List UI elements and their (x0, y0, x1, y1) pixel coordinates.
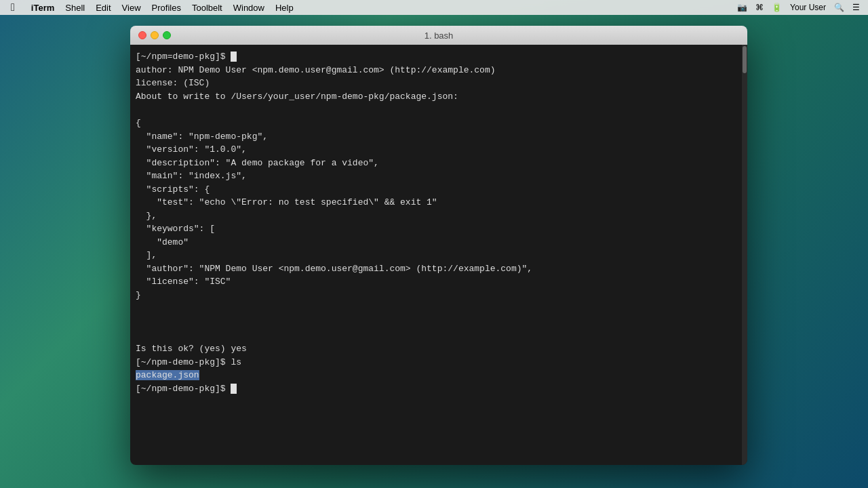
close-button[interactable] (138, 31, 146, 39)
terminal-line: { (133, 117, 745, 130)
terminal-line: ], (133, 249, 745, 262)
scrollbar-thumb[interactable] (743, 46, 747, 73)
terminal-line: author: NPM Demo User <npm.demo.user@gma… (133, 64, 745, 77)
menubar-search-icon[interactable]: 🔍 (831, 3, 847, 12)
minimize-button[interactable] (151, 31, 159, 39)
menubar-right: 📷 ⌘ 🔋 Your User 🔍 ☰ (734, 3, 863, 12)
terminal-line: "author": "NPM Demo User <npm.demo.user@… (133, 262, 745, 276)
terminal-line: "test": "echo \"Error: no test specified… (133, 196, 745, 209)
terminal-line: About to write to /Users/your_user/npm-d… (133, 90, 745, 104)
prompt: [~/npm-demo-pkg]$ (136, 384, 231, 394)
menubar-window[interactable]: Window (228, 0, 270, 15)
terminal-window: 1. bash [~/npm=demo-pkg]$ author: NPM De… (130, 26, 747, 465)
terminal-line: "version": "1.0.0", (133, 143, 745, 157)
terminal-line: }, (133, 209, 745, 223)
empty-line (133, 103, 745, 117)
scrollbar-track[interactable] (742, 45, 747, 465)
terminal-line: "keywords": [ (133, 222, 745, 236)
maximize-button[interactable] (163, 31, 171, 39)
menubar-control-icon[interactable]: ☰ (850, 3, 863, 12)
terminal-line: [~/npm-demo-pkg]$ ls (133, 356, 745, 369)
menubar-profiles[interactable]: Profiles (146, 0, 186, 15)
empty-line (133, 329, 745, 342)
empty-line (133, 315, 745, 329)
traffic-lights (138, 31, 171, 39)
menubar-user[interactable]: Your User (787, 3, 829, 12)
menubar-camera-icon: 📷 (734, 3, 750, 12)
terminal-body[interactable]: [~/npm=demo-pkg]$ author: NPM Demo User … (130, 45, 747, 465)
apple-menu[interactable]:  (5, 0, 20, 15)
menubar-edit[interactable]: Edit (90, 0, 116, 15)
terminal-line: [~/npm=demo-pkg]$ (133, 50, 745, 64)
terminal-titlebar: 1. bash (130, 26, 747, 45)
menubar-shell[interactable]: Shell (60, 0, 90, 15)
menubar-view[interactable]: View (117, 0, 146, 15)
terminal-line: "description": "A demo package for a vid… (133, 157, 745, 170)
menubar-app-name[interactable]: iTerm (26, 0, 60, 15)
terminal-line-cursor: [~/npm-demo-pkg]$ (133, 382, 745, 396)
prompt: [~/npm=demo-pkg]$ (136, 52, 231, 62)
prompt: [~/npm-demo-pkg]$ ls (136, 357, 241, 367)
terminal-line: Is this ok? (yes) yes (133, 342, 745, 356)
highlighted-file: package.json (136, 370, 199, 380)
terminal-line-highlighted: package.json (133, 369, 745, 382)
terminal-title: 1. bash (425, 30, 454, 41)
terminal-line: } (133, 289, 745, 302)
terminal-line: "license": "ISC" (133, 275, 745, 289)
menubar-battery-icon[interactable]: 🔋 (769, 3, 785, 12)
terminal-line: license: (ISC) (133, 77, 745, 90)
menubar-help[interactable]: Help (270, 0, 299, 15)
terminal-line: "scripts": { (133, 183, 745, 197)
menubar-toolbelt[interactable]: Toolbelt (186, 0, 228, 15)
empty-line (133, 302, 745, 315)
cursor (231, 52, 237, 62)
cursor (231, 384, 237, 394)
menubar:  iTerm Shell Edit View Profiles Toolbel… (0, 0, 868, 15)
terminal-line: "demo" (133, 236, 745, 249)
menubar-wifi-icon[interactable]: ⌘ (753, 3, 766, 12)
terminal-line: "main": "index.js", (133, 169, 745, 183)
terminal-line: "name": "npm-demo-pkg", (133, 130, 745, 144)
